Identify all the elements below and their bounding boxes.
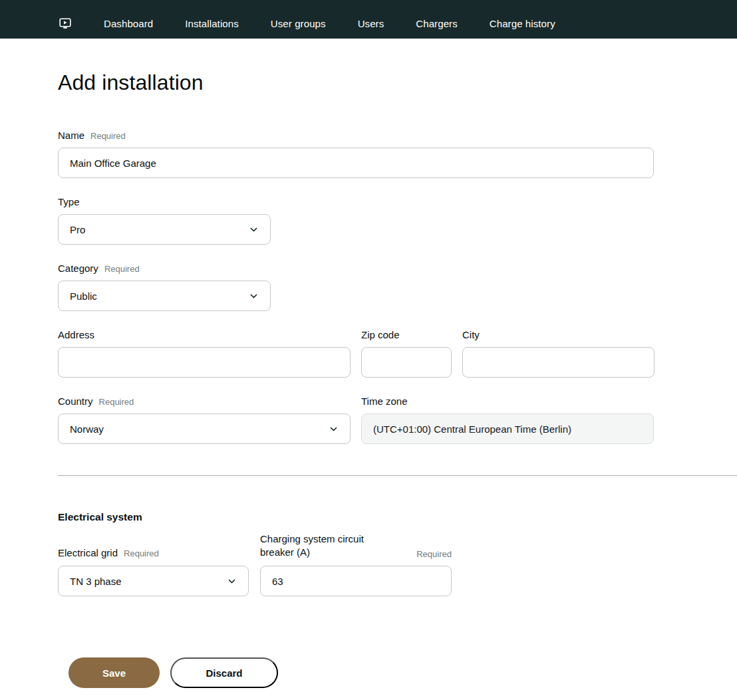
electrical-grid-required-badge: Required xyxy=(124,548,159,558)
city-input[interactable] xyxy=(462,347,655,378)
nav-item-chargers[interactable]: Chargers xyxy=(416,18,458,29)
city-field-group: City xyxy=(462,329,655,378)
address-label: Address xyxy=(58,329,94,341)
zip-input[interactable] xyxy=(361,347,452,378)
chevron-down-icon xyxy=(227,576,237,586)
type-label: Type xyxy=(58,196,80,208)
category-field-group: Category Required Public xyxy=(58,263,724,311)
city-label: City xyxy=(462,329,480,341)
page-title: Add installation xyxy=(58,70,724,95)
timezone-label: Time zone xyxy=(361,396,407,408)
play-screen-icon xyxy=(59,17,72,31)
name-field-group: Name Required xyxy=(58,130,724,178)
address-input[interactable] xyxy=(58,347,351,378)
circuit-breaker-input[interactable] xyxy=(260,566,452,596)
name-label: Name xyxy=(58,130,84,142)
nav-item-dashboard[interactable]: Dashboard xyxy=(104,18,153,29)
timezone-value: (UTC+01:00) Central European Time (Berli… xyxy=(373,423,571,435)
nav-item-user-groups[interactable]: User groups xyxy=(271,18,326,29)
main-nav: Dashboard Installations User groups User… xyxy=(104,18,555,29)
discard-button[interactable]: Discard xyxy=(170,657,278,688)
country-required-badge: Required xyxy=(99,397,134,407)
chevron-down-icon xyxy=(249,225,259,235)
nav-item-installations[interactable]: Installations xyxy=(185,18,239,29)
name-required-badge: Required xyxy=(90,131,126,141)
timezone-field-group: Time zone (UTC+01:00) Central European T… xyxy=(361,396,654,444)
add-installation-form: Add installation Name Required Type Pro … xyxy=(0,70,737,688)
country-field-group: Country Required Norway xyxy=(58,396,351,444)
electrical-grid-select-value: TN 3 phase xyxy=(70,576,122,587)
type-select[interactable]: Pro xyxy=(58,214,271,245)
save-button[interactable]: Save xyxy=(69,657,160,688)
electrical-system-section-title: Electrical system xyxy=(58,511,724,523)
electrical-row: Electrical grid Required TN 3 phase Char… xyxy=(58,532,724,596)
circuit-breaker-field-group: Charging system circuit breaker (A) Requ… xyxy=(260,532,452,596)
electrical-grid-field-group: Electrical grid Required TN 3 phase xyxy=(58,547,249,596)
section-divider xyxy=(58,475,737,476)
category-label: Category xyxy=(58,263,98,275)
chevron-down-icon xyxy=(249,291,259,301)
zip-label: Zip code xyxy=(361,329,400,341)
country-select-value: Norway xyxy=(70,423,104,435)
top-nav-bar: Dashboard Installations User groups User… xyxy=(0,0,737,39)
country-select[interactable]: Norway xyxy=(58,413,351,444)
name-input[interactable] xyxy=(58,148,654,178)
chevron-down-icon xyxy=(329,424,339,434)
category-select[interactable]: Public xyxy=(58,281,271,311)
country-label: Country xyxy=(58,396,93,408)
category-required-badge: Required xyxy=(104,264,140,274)
timezone-readonly-field: (UTC+01:00) Central European Time (Berli… xyxy=(361,413,654,444)
circuit-breaker-label: Charging system circuit breaker (A) xyxy=(260,532,386,559)
electrical-grid-select[interactable]: TN 3 phase xyxy=(58,566,249,596)
form-actions: Save Discard xyxy=(69,657,724,688)
address-field-group: Address xyxy=(58,329,351,378)
circuit-breaker-required-badge: Required xyxy=(416,549,452,559)
nav-item-charge-history[interactable]: Charge history xyxy=(490,18,555,29)
app-logo[interactable] xyxy=(59,17,72,31)
electrical-grid-label: Electrical grid xyxy=(58,547,118,559)
country-row: Country Required Norway Time zone (UTC+0… xyxy=(58,396,724,444)
category-select-value: Public xyxy=(70,291,97,302)
address-row: Address Zip code City xyxy=(58,329,724,378)
type-select-value: Pro xyxy=(70,224,85,235)
nav-item-users[interactable]: Users xyxy=(358,18,384,29)
type-field-group: Type Pro xyxy=(58,196,724,245)
zip-field-group: Zip code xyxy=(361,329,452,378)
